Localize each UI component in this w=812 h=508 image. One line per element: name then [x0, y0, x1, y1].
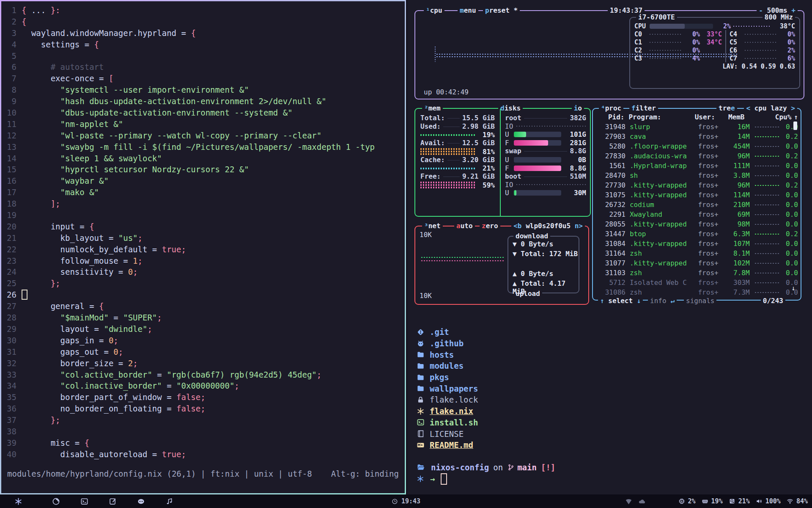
code-line[interactable]: 17 "mako &"	[1, 187, 405, 198]
launcher-terminal[interactable]	[80, 497, 88, 505]
io-title[interactable]: io	[572, 104, 584, 112]
proc-footer-info[interactable]: info ↵	[648, 297, 677, 305]
code-line[interactable]: 34 "col.inactive_border" = "0x00000000";	[1, 380, 405, 392]
code-line[interactable]: 20 input = {	[1, 221, 405, 232]
code-line[interactable]: 36 no_border_on_floating = false;	[1, 403, 405, 414]
proc-footer-select[interactable]: ↑ select ↓	[598, 297, 643, 305]
code-line[interactable]: 31 gaps_out = 0;	[1, 346, 405, 358]
process-row[interactable]: 31948slurpfros+16M0.0	[595, 122, 798, 132]
code-line[interactable]: 19	[1, 210, 405, 221]
code-line[interactable]: 6 # autostart	[1, 61, 405, 73]
code-line[interactable]: 5	[1, 50, 405, 62]
code-line[interactable]: 37 };	[1, 414, 405, 426]
net-box-title[interactable]: ³net	[422, 222, 443, 230]
disks-title[interactable]: disks	[498, 104, 523, 112]
code-line[interactable]: 28 "$mainMod" = "SUPER";	[1, 312, 405, 323]
proc-filter-button[interactable]: filter	[629, 104, 658, 112]
module-memory[interactable]: 19%	[702, 497, 723, 505]
file-name: .git	[430, 327, 449, 337]
net-scale-bottom: 10K	[420, 292, 432, 300]
editor-window[interactable]: 1{ ... }:2{3 wayland.windowManager.hyprl…	[0, 0, 406, 494]
launcher-firefox[interactable]	[52, 497, 60, 505]
terminal-window[interactable]: .git.githubhostsmodulespkgswallpapersfla…	[407, 315, 812, 494]
proc-sort-selector[interactable]: < cpu lazy >	[744, 104, 797, 112]
module-hdd[interactable]: 21%	[729, 497, 750, 505]
code-line[interactable]: 18 ];	[1, 198, 405, 210]
tray-cloud[interactable]	[638, 498, 645, 505]
process-row[interactable]: 31164zshfros+8.1M0.0	[595, 248, 798, 258]
process-row[interactable]: 1561.Hyprland-wrapfros+111M0.0	[595, 161, 798, 171]
code-line[interactable]: 38	[1, 426, 405, 437]
btop-window[interactable]: ¹cpu menu preset * 19:43:37 - 500ms + up…	[407, 0, 812, 315]
module-wifi[interactable]: 84%	[787, 497, 808, 505]
line-number: 11	[1, 119, 16, 130]
process-row[interactable]: 28470shfros+3.8M0.0	[595, 171, 798, 180]
cpu-box-title[interactable]: ¹cpu	[424, 6, 444, 14]
process-row[interactable]: 28055.kitty-wrappedfros+98M0.0	[595, 219, 798, 229]
code-line[interactable]: 15 "hyprctl setcursor Nordzy-cursors 22 …	[1, 164, 405, 175]
code-line[interactable]: 14 "sleep 1 && swaylock"	[1, 153, 405, 164]
code-line[interactable]: 32 border_size = 2;	[1, 358, 405, 369]
code-line[interactable]: 40 disable_autoreload = true;	[1, 449, 405, 460]
sort-direction-icon[interactable]: ↑	[794, 113, 798, 121]
code-line[interactable]: 16 "waybar &"	[1, 175, 405, 187]
launcher-nix[interactable]	[14, 497, 22, 505]
code-line[interactable]: 13 "swaybg -m fill -i $(find ~/Pictures/…	[1, 141, 405, 153]
process-row[interactable]: 27830.audacious-wrafros+96M0.2	[595, 151, 798, 161]
code-line[interactable]: 29 layout = "dwindle";	[1, 323, 405, 335]
code-line[interactable]: 35 border_part_of_window = false;	[1, 392, 405, 403]
code-line[interactable]: 33 "col.active_border" = "rgb(cba6f7) rg…	[1, 369, 405, 381]
code-line[interactable]: 2{	[1, 16, 405, 28]
proc-footer-signals[interactable]: signals	[684, 297, 716, 305]
code-line[interactable]: 7 exec-once = [	[1, 73, 405, 84]
code-line[interactable]: 10 "dbus-update-activation-environment -…	[1, 107, 405, 119]
code-line[interactable]: 8 "systemctl --user import-environment &…	[1, 84, 405, 96]
process-row[interactable]: 31075.kitty-wrappedfros+114M0.0	[595, 190, 798, 200]
proc-box-title[interactable]: ⁴proc	[599, 104, 623, 112]
process-row[interactable]: 31077.kitty-wrappedfros+102M0.0	[595, 258, 798, 268]
code-line[interactable]: 23 follow_mouse = 1;	[1, 255, 405, 267]
process-row[interactable]: 27730.kitty-wrappedfros+96M0.2	[595, 180, 798, 190]
code-line[interactable]: 26	[1, 289, 405, 301]
code-line[interactable]: 24 sensitivity = 0;	[1, 266, 405, 278]
menu-button[interactable]: menu	[458, 6, 478, 14]
launcher-music[interactable]	[165, 497, 173, 505]
code-line[interactable]: 39 misc = {	[1, 437, 405, 449]
module-volume[interactable]: 100%	[756, 497, 781, 505]
process-row[interactable]: 5712Isolated Web Cfros+303M0.0	[595, 278, 798, 287]
scroll-down-icon[interactable]: ↓	[791, 284, 796, 292]
github-icon	[417, 340, 425, 348]
code-line[interactable]: 25 };	[1, 278, 405, 289]
shell-input-line[interactable]: →	[407, 473, 812, 485]
code-line[interactable]: 30 gaps_in = 0;	[1, 335, 405, 346]
code-line[interactable]: 11 "nm-applet &"	[1, 119, 405, 130]
launcher-notes[interactable]	[109, 497, 117, 505]
waybar-clock[interactable]: 19:43	[392, 494, 420, 508]
process-row[interactable]: 31086zshfros+7.3M0.0	[595, 287, 798, 297]
code-line[interactable]: 3 wayland.windowManager.hyprland = {	[1, 28, 405, 39]
net-zero-button[interactable]: zero	[480, 222, 500, 230]
net-device-selector[interactable]: <b wlp0s20f0u5 n>	[511, 222, 585, 230]
process-row[interactable]: 26732codiumfros+210M0.0	[595, 200, 798, 210]
code-line[interactable]: 9 "hash dbus-update-activation-environme…	[1, 96, 405, 107]
code-line[interactable]: 1{ ... }:	[1, 5, 405, 16]
process-row[interactable]: 2291Xwaylandfros+69M0.0	[595, 210, 798, 219]
preset-button[interactable]: preset *	[483, 6, 520, 14]
tray-wifitri[interactable]	[625, 498, 632, 505]
process-row[interactable]: 31447btopfros+6.3M0.2	[595, 229, 798, 239]
net-auto-button[interactable]: auto	[454, 222, 475, 230]
launcher-discord[interactable]	[137, 497, 145, 505]
process-row[interactable]: 31103zshfros+7.8M0.0	[595, 268, 798, 278]
code-line[interactable]: 4 settings = {	[1, 39, 405, 50]
code-line[interactable]: 12 "wl-paste --primary --watch wl-copy -…	[1, 130, 405, 141]
proc-scrollbar[interactable]	[793, 121, 797, 130]
process-row[interactable]: 5280.floorp-wrappefros+454M0.0	[595, 141, 798, 151]
code-line[interactable]: 22 numlock_by_default = true;	[1, 244, 405, 255]
module-chip[interactable]: 2%	[678, 497, 696, 505]
code-line[interactable]: 21 kb_layout = "us";	[1, 232, 405, 244]
process-row[interactable]: 31084.kitty-wrappedfros+107M0.0	[595, 239, 798, 248]
mem-box-title[interactable]: ²mem	[422, 104, 443, 112]
process-row[interactable]: 27903cavafros+14M0.2	[595, 132, 798, 141]
code-line[interactable]: 27 general = {	[1, 301, 405, 312]
proc-tree-button[interactable]: tree	[716, 104, 737, 112]
